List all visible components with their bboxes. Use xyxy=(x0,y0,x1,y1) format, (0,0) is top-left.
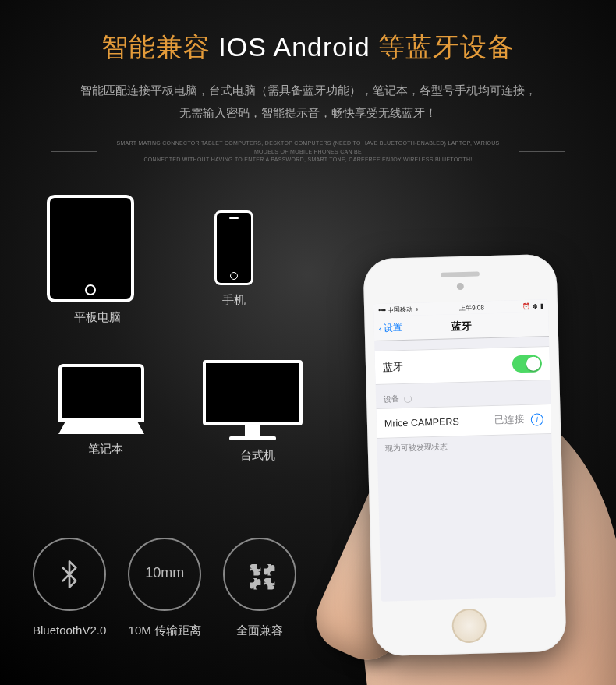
english-caption: SMART MATING CONNECTOR TABLET COMPUTERS,… xyxy=(0,139,616,164)
battery-icon: ▮ xyxy=(540,302,543,309)
devices-label-text: 设备 xyxy=(384,394,399,405)
status-time: 上午9:08 xyxy=(459,303,484,312)
subtitle: 智能匹配连接平板电脑，台式电脑（需具备蓝牙功能），笔记本，各型号手机均可连接， … xyxy=(0,79,616,124)
range-icon: 10mm xyxy=(128,538,201,611)
bt-row-label: 蓝牙 xyxy=(383,360,403,375)
toggle-on-icon[interactable] xyxy=(512,355,543,373)
title-pre: 智能兼容 xyxy=(101,32,218,62)
device-grid: 平板电脑 手机 笔记本 台式机 xyxy=(47,195,312,463)
device-desktop: 台式机 xyxy=(203,348,312,463)
sub-line-1: 智能匹配连接平板电脑，台式电脑（需具备蓝牙功能），笔记本，各型号手机均可连接， xyxy=(0,79,616,102)
feature-compat-label: 全面兼容 xyxy=(223,623,296,638)
nav-title: 蓝牙 xyxy=(451,319,471,334)
divider-left xyxy=(51,151,97,152)
feature-bluetooth: BluetoothV2.0 xyxy=(33,538,106,638)
device-tablet: 平板电脑 xyxy=(47,195,148,325)
alarm-icon: ⏰ xyxy=(522,302,530,309)
back-button[interactable]: ‹ 设置 xyxy=(378,321,402,335)
bt-status-icon: ✽ xyxy=(533,302,538,309)
device-phone-label: 手机 xyxy=(187,293,281,308)
title-post: 等蓝牙设备 xyxy=(370,32,515,62)
carrier-label: 中国移动 xyxy=(388,305,412,314)
back-label: 设置 xyxy=(383,321,402,335)
feature-range: 10mm 10M 传输距离 xyxy=(128,538,201,638)
device-laptop: 笔记本 xyxy=(47,348,164,463)
info-icon[interactable]: i xyxy=(531,413,543,425)
discoverable-note: 现为可被发现状态 xyxy=(377,434,552,459)
front-camera-icon xyxy=(457,283,464,290)
puzzle-icon xyxy=(223,538,296,611)
monitor-icon xyxy=(203,360,303,440)
nav-bar: ‹ 设置 蓝牙 xyxy=(373,312,549,341)
page-title: 智能兼容 IOS Android 等蓝牙设备 xyxy=(0,30,616,65)
home-button[interactable] xyxy=(451,608,487,643)
device-tablet-label: 平板电脑 xyxy=(47,310,148,325)
feature-compat: 全面兼容 xyxy=(223,538,296,638)
device-desktop-label: 台式机 xyxy=(203,448,312,463)
bluetooth-icon xyxy=(33,538,106,611)
feature-row: BluetoothV2.0 10mm 10M 传输距离 全面兼容 xyxy=(33,538,296,638)
title-mid: IOS Android xyxy=(218,32,370,62)
wifi-icon: ᯤ xyxy=(415,305,421,312)
sub-line-2: 无需输入密码，智能提示音，畅快享受无线蓝牙！ xyxy=(0,102,616,125)
hand-illustration: ••••• 中国移动 ᯤ 上午9:08 ⏰ ✽ ▮ ‹ 设置 蓝牙 xyxy=(304,210,616,685)
bluetooth-toggle-row[interactable]: 蓝牙 xyxy=(374,346,550,385)
signal-icon: ••••• xyxy=(378,306,385,313)
range-value: 10mm xyxy=(145,565,184,584)
laptop-icon xyxy=(47,364,156,434)
phone-screen: ••••• 中国移动 ᯤ 上午9:08 ⏰ ✽ ▮ ‹ 设置 蓝牙 xyxy=(373,299,556,602)
eng-line-1: SMART MATING CONNECTOR TABLET COMPUTERS,… xyxy=(105,139,511,156)
feature-range-label: 10M 传输距离 xyxy=(128,623,201,638)
device-status: 已连接 xyxy=(494,413,525,427)
device-laptop-label: 笔记本 xyxy=(47,442,164,457)
chevron-left-icon: ‹ xyxy=(379,323,382,334)
spinner-icon xyxy=(404,395,412,403)
feature-bluetooth-label: BluetoothV2.0 xyxy=(33,623,106,637)
eng-line-2: CONNECTED WITHOUT HAVING TO ENTER A PASS… xyxy=(105,156,511,164)
iphone-mock: ••••• 中国移动 ᯤ 上午9:08 ⏰ ✽ ▮ ‹ 设置 蓝牙 xyxy=(363,254,566,656)
device-name: Mrice CAMPERS xyxy=(384,416,459,429)
divider-right xyxy=(519,151,565,152)
tablet-icon xyxy=(47,195,134,302)
phone-icon xyxy=(214,210,253,285)
device-phone: 手机 xyxy=(187,195,281,325)
device-row[interactable]: Mrice CAMPERS 已连接 i xyxy=(376,404,551,439)
